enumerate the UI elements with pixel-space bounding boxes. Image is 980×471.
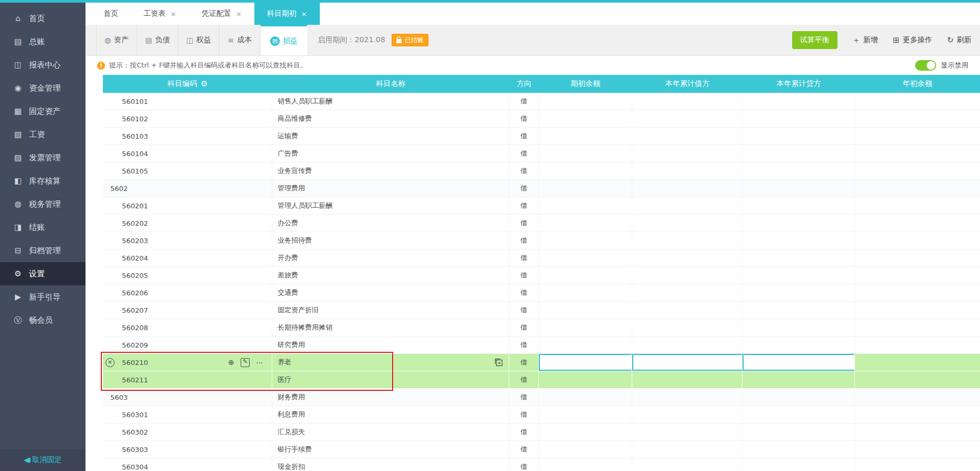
refresh-button[interactable]: ↻ 刷新 [947,35,972,45]
tab-凭证配置[interactable]: 凭证配置× [189,3,254,25]
salary-icon: ▧ [13,130,23,139]
account-name: 固定资产折旧 [278,305,319,315]
account-name: 管理人员职工薪酬 [278,201,332,210]
cell-opening-balance [539,424,632,440]
cell-ytd-credit [743,441,855,458]
cell-code: 560206 [103,284,272,301]
sidebar-item-label: 报表中心 [29,60,61,70]
cell-name: 交通费 [272,284,509,301]
table-row-560208[interactable]: 560208长期待摊费用摊销借 [103,319,980,337]
sidebar-menu: ⌂首页▤总账◫报表中心◉资金管理▦固定资产▧工资▨发票管理◧库存核算◍税务管理◨… [0,3,85,449]
sidebar-item-畅会员[interactable]: Ⓥ畅会员 [0,309,85,332]
category-tab-权益[interactable]: ◫权益 [178,25,220,55]
table-row-560203[interactable]: 560203业务招待费借 [103,232,980,249]
cell-ytd-debit [632,180,743,197]
account-name: 商品维修费 [278,114,312,123]
sidebar-item-新手引导[interactable]: ▶新手引导 [0,285,85,309]
table-row-560302[interactable]: 560302汇兑损失借 [103,424,980,441]
copy-account-icon[interactable]: + [495,359,502,366]
cell-direction: 借 [509,232,539,249]
close-tab-icon[interactable]: × [170,10,176,18]
sidebar-item-工资[interactable]: ▧工资 [0,123,85,146]
sidebar-item-结账[interactable]: ◨结账 [0,216,85,239]
cell-direction: 借 [509,441,539,458]
category-tab-负债[interactable]: ▤负债 [137,25,178,55]
account-code: 560208 [122,324,148,332]
show-disabled-toggle[interactable] [915,60,936,71]
cell-code: 5602 [103,180,272,197]
tab-工资表[interactable]: 工资表× [131,3,189,25]
cell-ytd-credit[interactable] [743,354,855,371]
table-row-560210[interactable]: ×560210⊕✎⋯养老+借 [103,354,980,371]
row-more-icon[interactable]: ⋯ [256,359,263,366]
cell-year-begin-balance [855,128,980,145]
cell-year-begin-balance [855,180,980,197]
cell-opening-balance[interactable] [539,354,632,371]
cell-opening-balance [539,128,632,145]
sidebar-item-库存核算[interactable]: ◧库存核算 [0,169,85,193]
sidebar-item-归档管理[interactable]: ⊟归档管理 [0,239,85,262]
sidebar-item-税务管理[interactable]: ◍税务管理 [0,193,85,216]
table-row-560301[interactable]: 560301利息费用借 [103,406,980,424]
sidebar-item-资金管理[interactable]: ◉资金管理 [0,76,85,100]
table-row-560104[interactable]: 560104广告费借 [103,145,980,162]
category-tab-label: 资产 [114,35,129,45]
cell-opening-balance [539,302,632,319]
table-row-560201[interactable]: 560201管理人员职工薪酬借 [103,197,980,215]
lock-icon [396,39,402,43]
column-header-科目编码: 科目编码⚙ [103,75,272,93]
table-row-5602[interactable]: 5602管理费用借 [103,180,980,197]
category-tab-成本[interactable]: ≡成本 [220,25,261,55]
cell-name: 长期待摊费用摊销 [272,319,509,336]
table-row-560205[interactable]: 560205差旅费借 [103,267,980,284]
accounts-table: 科目编码⚙科目名称方向期初余额本年累计借方本年累计贷方年初余额 560101销售… [103,75,980,471]
table-row-560202[interactable]: 560202办公费借 [103,215,980,232]
category-tab-资产[interactable]: ◍资产 [96,25,137,55]
close-tab-icon[interactable]: × [301,10,307,18]
table-row-560101[interactable]: 560101销售人员职工薪酬借 [103,93,980,110]
sidebar-item-总账[interactable]: ▤总账 [0,30,85,53]
trial-balance-button[interactable]: 试算平衡 [792,31,838,49]
table-row-560304[interactable]: 560304现金折扣借 [103,458,980,471]
delete-account-icon[interactable]: × [106,358,115,367]
cell-direction: 借 [509,180,539,197]
cell-ytd-debit [632,93,743,110]
column-header-科目名称: 科目名称 [272,75,509,93]
add-account-button[interactable]: ＋ 新增 [852,35,878,45]
category-tab-损益[interactable]: ▤损益 [261,25,307,55]
sidebar-item-设置[interactable]: ⚙设置 [0,262,85,285]
table-row-560105[interactable]: 560105业务宣传费借 [103,162,980,180]
cell-opening-balance [539,145,632,162]
close-tab-icon[interactable]: × [236,10,242,18]
table-row-560102[interactable]: 560102商品维修费借 [103,110,980,128]
cell-ytd-debit [632,110,743,127]
sidebar-item-首页[interactable]: ⌂首页 [0,7,85,30]
table-row-5603[interactable]: 5603财务费用借 [103,389,980,406]
cell-ytd-debit[interactable] [632,354,743,371]
cell-direction: 借 [509,319,539,336]
sidebar-item-发票管理[interactable]: ▨发票管理 [0,146,85,169]
sidebar-item-报表中心[interactable]: ◫报表中心 [0,53,85,76]
table-row-560303[interactable]: 560303银行手续费借 [103,441,980,458]
edit-account-icon[interactable]: ✎ [241,358,250,367]
sidebar: ⌂首页▤总账◫报表中心◉资金管理▦固定资产▧工资▨发票管理◧库存核算◍税务管理◨… [0,3,85,471]
add-sub-account-icon[interactable]: ⊕ [228,359,234,366]
app-window: ⌂首页▤总账◫报表中心◉资金管理▦固定资产▧工资▨发票管理◧库存核算◍税务管理◨… [0,0,980,471]
cell-year-begin-balance [855,371,980,388]
cell-ytd-debit [632,441,743,458]
column-settings-gear-icon[interactable]: ⚙ [201,79,207,89]
cell-direction: 借 [509,337,539,353]
table-row-560206[interactable]: 560206交通费借 [103,284,980,302]
table-row-560209[interactable]: 560209研究费用借 [103,337,980,354]
table-row-560103[interactable]: 560103运输费借 [103,128,980,145]
table-row-560204[interactable]: 560204开办费借 [103,249,980,267]
category-tab-label: 成本 [237,35,252,45]
cell-code: 560304 [103,458,272,471]
table-row-560211[interactable]: 560211医疗借 [103,371,980,389]
sidebar-item-固定资产[interactable]: ▦固定资产 [0,100,85,123]
tab-首页[interactable]: 首页 [91,3,131,25]
more-operations-button[interactable]: ⊞ 更多操作 [893,35,933,45]
unpin-sidebar-button[interactable]: ◀▮ 取消固定 [0,449,85,471]
tab-科目期初[interactable]: 科目期初× [254,0,320,25]
table-row-560207[interactable]: 560207固定资产折旧借 [103,302,980,319]
